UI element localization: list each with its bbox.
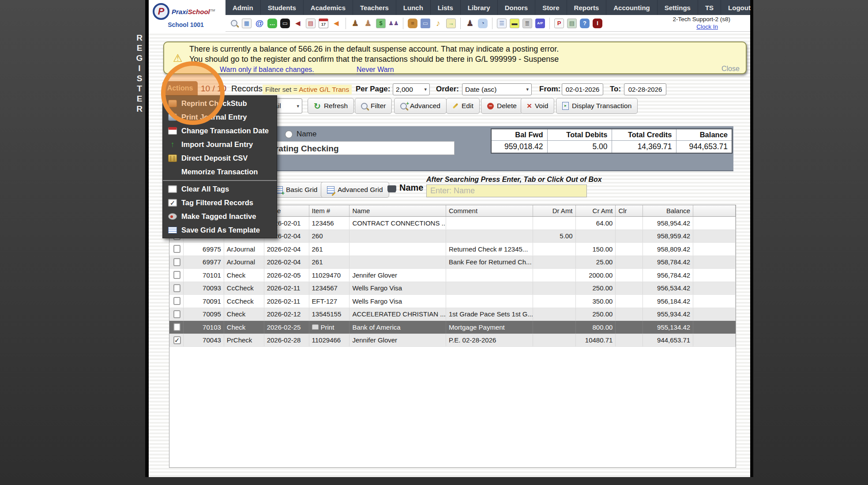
never-warn-link[interactable]: Never Warn <box>357 66 394 74</box>
phone-icon[interactable]: ▭ <box>280 19 290 28</box>
refresh-button[interactable]: ↻Refresh <box>308 98 354 114</box>
family-icon[interactable]: ♟♟ <box>389 19 398 28</box>
filter-button[interactable]: Filter <box>355 98 392 114</box>
advanced-grid-button[interactable]: Advanced Grid <box>321 182 389 198</box>
nav-item-students[interactable]: Students <box>260 0 303 15</box>
nav-item-logout[interactable]: Logout <box>721 0 758 15</box>
cell-date: 2026-02-28 <box>264 334 309 347</box>
void-button[interactable]: ×Void <box>521 98 554 114</box>
row-checkbox[interactable] <box>173 258 180 266</box>
transaction-row[interactable]: 69975ArJournal2026-02-04261Returned Chec… <box>169 243 736 256</box>
note-export-icon[interactable]: → <box>446 19 456 28</box>
grid-header-cr[interactable]: Cr Amt <box>576 205 616 216</box>
cash-register-icon[interactable]: ▤ <box>567 19 577 28</box>
clock-in-link[interactable]: Clock In <box>696 23 718 30</box>
grid-header-comment[interactable]: Comment <box>446 205 533 216</box>
edit-button[interactable]: Edit <box>446 98 480 114</box>
warn-if-balance-changes-link[interactable]: Warn only if balance changes. <box>220 66 314 74</box>
display-transaction-button[interactable]: ▸Display Transaction <box>556 98 638 114</box>
account-name-field[interactable]: Operating Checking <box>256 141 455 155</box>
warning-close-link[interactable]: Close <box>721 65 740 73</box>
stop-icon[interactable]: I <box>593 19 602 28</box>
nav-item-teachers[interactable]: Teachers <box>353 0 396 15</box>
advanced-button[interactable]: Advanced <box>394 98 447 114</box>
teacher-icon[interactable]: ♟ <box>363 19 373 28</box>
nav-item-store[interactable]: Store <box>535 0 566 15</box>
cell-comment: P.E. 02-28-2026 <box>446 334 533 347</box>
nav-item-admin[interactable]: Admin <box>225 0 260 15</box>
menu-item-tag-filtered-records[interactable]: ✓Tag Filtered Records <box>163 196 277 210</box>
transaction-row[interactable]: 70095Check2026-02-1213545155ACCELERATED … <box>169 308 736 321</box>
calendar-grid-icon[interactable]: ▦ <box>242 19 252 28</box>
calendar-date-icon[interactable]: 17 <box>319 19 328 28</box>
nurse-icon[interactable]: ♟ <box>350 19 360 28</box>
ledger-icon[interactable]: ☰ <box>497 19 507 28</box>
transaction-row[interactable]: ✓70043PrCheck2026-02-2811029466Jennifer … <box>169 334 736 347</box>
row-checkbox[interactable] <box>173 284 180 292</box>
basic-grid-button[interactable]: Basic Grid <box>269 182 324 198</box>
bell-icon[interactable]: ♪ <box>433 19 443 28</box>
chat-icon[interactable]: … <box>267 19 277 28</box>
to-date-input[interactable] <box>624 83 666 95</box>
menu-item-save-grid-as-template[interactable]: Save Grid As Template <box>163 223 277 237</box>
total-debits-header: Total Debits <box>547 129 612 141</box>
row-checkbox-checked[interactable]: ✓ <box>173 336 181 344</box>
employee-icon[interactable]: ♟ <box>465 19 475 28</box>
nav-item-lunch[interactable]: Lunch <box>396 0 430 15</box>
search-icon[interactable] <box>229 19 239 28</box>
row-checkbox[interactable] <box>173 323 180 331</box>
transaction-row[interactable]: 69977ArJournal2026-02-04261Bank Fee for … <box>169 256 736 269</box>
menu-item-import-journal-entry[interactable]: ↑Import Journal Entry <box>163 138 277 151</box>
locker-icon[interactable]: ▭ <box>421 19 430 28</box>
grid-header-clr[interactable]: Clr <box>616 205 643 216</box>
name-search-input[interactable] <box>426 184 587 197</box>
from-date-input[interactable] <box>562 83 603 95</box>
cell-item: 261 <box>309 243 350 256</box>
nav-item-accounting[interactable]: Accounting <box>606 0 657 15</box>
name-radio[interactable] <box>285 131 293 138</box>
print-button[interactable]: Print <box>312 323 334 331</box>
nav-item-settings[interactable]: Settings <box>657 0 698 15</box>
cell-type: ArJournal <box>224 243 264 256</box>
check-icon[interactable]: ▬ <box>510 19 519 28</box>
nav-item-reports[interactable]: Reports <box>567 0 606 15</box>
nav-item-library[interactable]: Library <box>460 0 497 15</box>
help-icon[interactable]: ? <box>580 19 590 28</box>
nav-item-lists[interactable]: Lists <box>430 0 460 15</box>
menu-item-change-transaction-date[interactable]: Change Transaction Date <box>163 124 277 138</box>
menu-item-make-tagged-inactive[interactable]: Make Tagged Inactive <box>163 210 277 223</box>
menu-item-clear-all-tags[interactable]: Clear All Tags <box>163 182 277 196</box>
grid-header-balance[interactable]: Balance <box>643 205 693 216</box>
row-checkbox[interactable] <box>173 245 180 253</box>
time-clock-icon[interactable]: ◔ <box>478 19 488 28</box>
grid-header-item[interactable]: Item # <box>309 205 350 216</box>
megaphone-icon[interactable]: ◄ <box>331 19 341 28</box>
menu-item-memorize-transaction[interactable]: Memorize Transaction <box>163 165 277 179</box>
nav-item-academics[interactable]: Academics <box>303 0 353 15</box>
nav-item-ts[interactable]: TS <box>698 0 721 15</box>
row-checkbox[interactable] <box>173 297 180 305</box>
lunch-icon[interactable]: ≡ <box>408 19 417 28</box>
transaction-row[interactable]: 70101Check2026-02-0511029470Jennifer Glo… <box>169 269 736 282</box>
grid-header-extra[interactable] <box>693 205 736 216</box>
transaction-row[interactable]: 70103Check2026-02-25PrintBank of America… <box>169 321 736 334</box>
row-checkbox[interactable] <box>173 271 180 279</box>
magnifier-icon <box>361 103 368 109</box>
pdf-icon[interactable]: P <box>554 19 564 28</box>
order-select[interactable]: Date (asc)▾ <box>462 83 532 95</box>
money-icon[interactable]: $ <box>376 19 386 28</box>
delete-button[interactable]: −Delete <box>481 98 523 114</box>
check-printer-icon[interactable]: ≣ <box>522 19 532 28</box>
schedule-icon[interactable]: ▤ <box>306 19 316 28</box>
grid-header-dr[interactable]: Dr Amt <box>533 205 576 216</box>
row-checkbox[interactable] <box>173 310 180 318</box>
transaction-row[interactable]: 70091CcCheck2026-02-11EFT-127Wells Fargo… <box>169 295 736 308</box>
transaction-row[interactable]: 70093CcCheck2026-02-111234567Wells Fargo… <box>169 282 736 295</box>
per-page-select[interactable]: 2,000▾ <box>393 83 430 95</box>
ap-icon[interactable]: A/P <box>535 19 545 28</box>
grid-header-name[interactable]: Name <box>349 205 446 216</box>
nav-item-donors[interactable]: Donors <box>497 0 535 15</box>
menu-item-direct-deposit-csv[interactable]: ║║Direct Deposit CSV <box>163 151 277 165</box>
email-icon[interactable]: @ <box>255 19 264 28</box>
sound-icon[interactable]: ◄ <box>293 19 303 28</box>
